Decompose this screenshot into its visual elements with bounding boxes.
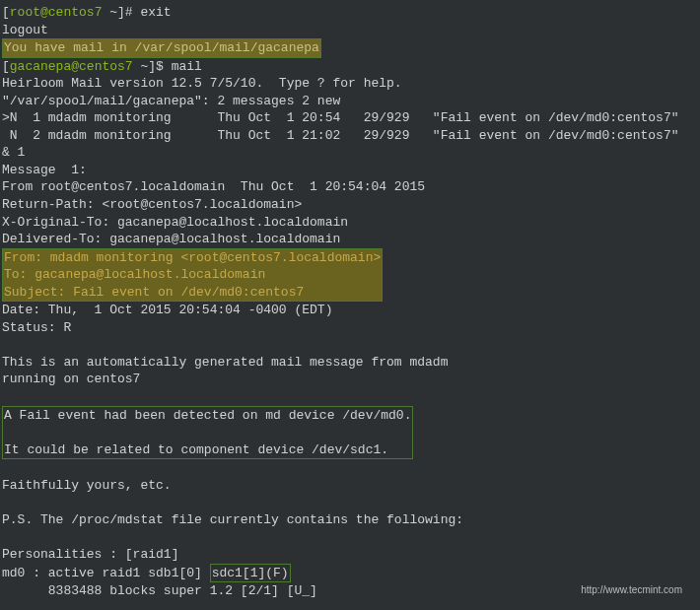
ps-line: P.S. The /proc/mdstat file currently con…: [2, 511, 698, 529]
auto-msg-line1: This is an automatically generated mail …: [2, 354, 698, 372]
fail-event-line1: A Fail event had been detected on md dev…: [4, 407, 411, 425]
mail-headers-box: From: mdadm monitoring <root@centos7.loc…: [2, 248, 383, 303]
failed-device-box: sdc1[1](F): [210, 564, 291, 583]
signoff: Faithfully yours, etc.: [2, 477, 698, 495]
prompt-line-user: [gacanepa@centos7 ~]$ mail: [2, 58, 698, 76]
blank-line: [2, 459, 698, 477]
mail-item-2: N 2 mdadm monitoring Thu Oct 1 21:02 29/…: [2, 127, 698, 145]
terminal-output: [root@centos7 ~]# exit logout You have m…: [2, 4, 698, 610]
x-original-to: X-Original-To: gacanepa@localhost.locald…: [2, 214, 698, 232]
mail-version: Heirloom Mail version 12.5 7/5/10. Type …: [2, 75, 698, 93]
from-header: From: mdadm monitoring <root@centos7.loc…: [4, 249, 381, 267]
blank-line: [2, 388, 698, 406]
delivered-to: Delivered-To: gacanepa@localhost.localdo…: [2, 231, 698, 248]
personalities-line: Personalities : [raid1]: [2, 546, 698, 564]
subject-header: Subject: Fail event on /dev/md0:centos7: [4, 284, 381, 302]
blank-line: [2, 600, 698, 610]
blank-line: [2, 336, 698, 354]
blank-line: [2, 494, 698, 511]
mdstat-line: md0 : active raid1 sdb1[0] sdc1[1](F): [2, 564, 698, 583]
date-header: Date: Thu, 1 Oct 2015 20:54:04 -0400 (ED…: [2, 302, 698, 319]
fail-event-line2: It could be related to component device …: [4, 441, 411, 459]
blank-line: [4, 424, 411, 441]
prompt-line-root: [root@centos7 ~]# exit: [2, 4, 698, 22]
fail-event-box: A Fail event had been detected on md dev…: [2, 406, 413, 460]
mail-notice: You have mail in /var/spool/mail/gacanep…: [2, 38, 698, 58]
mail-item-1: >N 1 mdadm monitoring Thu Oct 1 20:54 29…: [2, 109, 698, 127]
logout-line: logout: [2, 22, 698, 39]
status-header: Status: R: [2, 319, 698, 337]
from-line: From root@centos7.localdomain Thu Oct 1 …: [2, 178, 698, 196]
to-header: To: gacanepa@localhost.localdomain: [4, 266, 381, 284]
return-path: Return-Path: <root@centos7.localdomain>: [2, 196, 698, 214]
mailbox-status: "/var/spool/mail/gacanepa": 2 messages 2…: [2, 93, 698, 110]
message-header: Message 1:: [2, 162, 698, 179]
watermark: http://www.tecmint.com: [581, 583, 682, 597]
auto-msg-line2: running on centos7: [2, 371, 698, 388]
blank-line: [2, 528, 698, 546]
mail-select: & 1: [2, 144, 698, 162]
